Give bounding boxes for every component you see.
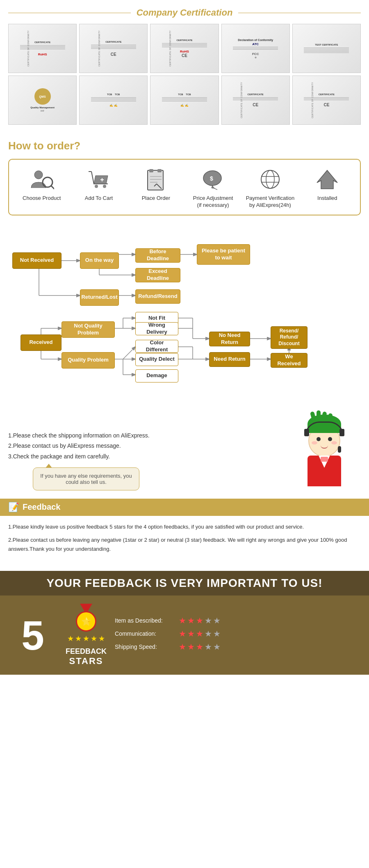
feedback-medal-section: ⭐ ★ ★ ★ ★ ★ FEEDBACK STARS [66, 604, 107, 666]
cert-title-line-right [238, 13, 361, 13]
node-we-received: We Received [271, 353, 308, 368]
choose-product-icon [27, 167, 56, 192]
rating-label-1: Item as Described: [115, 617, 176, 624]
cert-section: Company Certification CERTIFICATE OF CON… [0, 0, 369, 133]
character-figure [295, 417, 353, 490]
svg-point-5 [103, 185, 106, 188]
cert-item-7: TCB TCB ✍ ✍ [79, 76, 148, 125]
cert-item-4: Declaration of Conformity ATC FCC ⊕ [221, 24, 290, 73]
node-resend: Resend/ Refund/ Discount [271, 326, 308, 349]
installed-icon [313, 167, 342, 192]
node-quality-defect: Quality Delect [135, 353, 178, 366]
svg-rect-8 [148, 170, 163, 190]
cert-title: Company Certification [131, 7, 239, 18]
svg-line-39 [123, 347, 135, 359]
big-feedback-bottom: 5 ⭐ ★ ★ ★ ★ ★ FEEDBACK STARS [0, 595, 369, 675]
rating-row-2: Communication: ★ ★ ★ ★ ★ [115, 629, 361, 639]
node-on-the-way: On the way [80, 252, 119, 269]
node-received: Received [20, 334, 61, 351]
add-to-cart-icon [84, 167, 113, 192]
notes-left: 1.Please check the shippong information … [8, 431, 279, 490]
feedback-yellow-stars: ★ ★ ★ ★ ★ [67, 634, 105, 643]
node-quality: Quality Problem [61, 352, 115, 369]
cert-item-2: CERTIFICATE OF CONFORMITY CERTIFICATE CE [79, 24, 148, 73]
rating-stars-section: Item as Described: ★ ★ ★ ★ ★ Communicati… [115, 616, 361, 655]
cert-item-3: CERTIFICATE OF CONFORMITY CERTIFICATE Ro… [150, 24, 219, 73]
feedback-stars-label: FEEDBACK STARS [66, 647, 107, 666]
svg-line-2 [51, 186, 54, 189]
step-4-label: Price Adjustment(if necessary) [193, 195, 233, 209]
node-please-wait: Please be patient to wait [197, 244, 250, 265]
rating-row-1: Item as Described: ★ ★ ★ ★ ★ [115, 616, 361, 625]
big-feedback-section: YOUR FEEDBACK IS VERY IMPORTANT TO US! 5… [0, 571, 369, 675]
node-refund-resend: Refund/Resend [135, 289, 180, 304]
cert-grid-row1: CERTIFICATE OF CONFORMITY CERTIFICATE Ro… [8, 24, 361, 73]
place-order-icon [141, 167, 170, 192]
cert-item-9: CERTIFICATE OF CONFORMITY CERTIFICATE CE [221, 76, 290, 125]
cert-item-6: QMS Quality Management IAF [8, 76, 77, 125]
feedback-para-2: 2.Please contact us before leaving any n… [8, 536, 361, 554]
order-step-6: Installed [303, 167, 352, 202]
big-feedback-title: YOUR FEEDBACK IS VERY IMPORTANT TO US! [0, 571, 369, 595]
cert-item-10: CERTIFICATE OF CONFORMITY CERTIFICATE CE [292, 76, 361, 125]
rating-row-3: Shipping Speed: ★ ★ ★ ★ ★ [115, 642, 361, 652]
feedback-para-1: 1.Please kindly leave us positive feedba… [8, 522, 361, 531]
rating-stars-1: ★ ★ ★ ★ ★ [179, 616, 221, 625]
order-step-3: Place Order [131, 167, 180, 202]
feedback-title: Feedback [23, 502, 60, 512]
order-step-2: Add To Cart [74, 167, 123, 202]
order-step-4: $ Price Adjustment(if necessary) [189, 167, 238, 209]
step-3-label: Place Order [142, 195, 170, 202]
feedback-section: 📝 Feedback 1.Please kindly leave us posi… [0, 499, 369, 571]
order-step-1: Choose Product [17, 167, 66, 202]
feedback-body: 1.Please kindly leave us positive feedba… [0, 516, 369, 564]
step-2-label: Add To Cart [85, 195, 113, 202]
cert-item-5: TEST CERTIFICATE [292, 24, 361, 73]
feedback-medal: ⭐ [76, 604, 96, 632]
node-demage: Demage [135, 369, 178, 382]
node-wrong-delivery: Wrong Delivery [135, 322, 178, 335]
cert-item-1: CERTIFICATE OF CONFORMITY CERTIFICATE Ro… [8, 24, 77, 73]
svg-point-18 [261, 170, 279, 188]
step-6-label: Installed [317, 195, 337, 202]
rating-label-2: Communication: [115, 630, 176, 637]
cert-item-8: TCB TCB ✍ ✍ [150, 76, 219, 125]
order-section: How to order? Choose Product [0, 133, 369, 224]
cert-grid-row2: QMS Quality Management IAF TCB TCB ✍ ✍ T… [8, 76, 361, 125]
svg-point-4 [95, 185, 98, 188]
feedback-number-5: 5 [8, 615, 57, 656]
price-adjustment-icon: $ [199, 167, 228, 192]
rating-label-3: Shipping Speed: [115, 644, 176, 650]
svg-text:$: $ [210, 175, 213, 182]
flow-section: Not Received On the way Before Deadline … [0, 224, 369, 417]
svg-rect-9 [149, 169, 153, 172]
node-need-return: Need Return [209, 352, 250, 367]
notes-text: 1.Please check the shippong information … [8, 431, 279, 462]
svg-point-0 [34, 171, 43, 179]
node-returned-lost: Returned/Lost [80, 289, 119, 306]
notes-bubble: If you have any else requirements, you c… [33, 467, 139, 490]
svg-rect-10 [157, 169, 162, 172]
order-title: How to order? [8, 140, 361, 152]
step-5-label: Payment Verificationby AliExpres(24h) [246, 195, 295, 209]
rating-stars-3: ★ ★ ★ ★ ★ [179, 642, 221, 652]
cert-title-wrap: Company Certification [8, 7, 361, 18]
node-before-deadline: Before Deadline [135, 248, 180, 263]
rating-stars-2: ★ ★ ★ ★ ★ [179, 629, 221, 639]
notes-section: 1.Please check the shippong information … [0, 417, 369, 499]
cert-title-line-left [8, 13, 131, 13]
svg-point-19 [266, 170, 274, 188]
node-not-received: Not Received [12, 252, 61, 269]
step-1-label: Choose Product [23, 195, 61, 202]
order-steps-box: Choose Product Add To Cart [8, 159, 361, 215]
node-color-different: Color Different [135, 340, 178, 353]
order-step-5: Payment Verificationby AliExpres(24h) [246, 167, 295, 209]
node-exceed-deadline: Exceed Deadline [135, 268, 180, 282]
feedback-header: 📝 Feedback [0, 499, 369, 516]
payment-verification-icon [256, 167, 285, 192]
notes-character [287, 417, 361, 490]
flow-container: Not Received On the way Before Deadline … [8, 232, 361, 412]
node-not-quality: Not Quality Problem [61, 321, 115, 338]
node-no-need-return: No Need Return [209, 332, 250, 346]
